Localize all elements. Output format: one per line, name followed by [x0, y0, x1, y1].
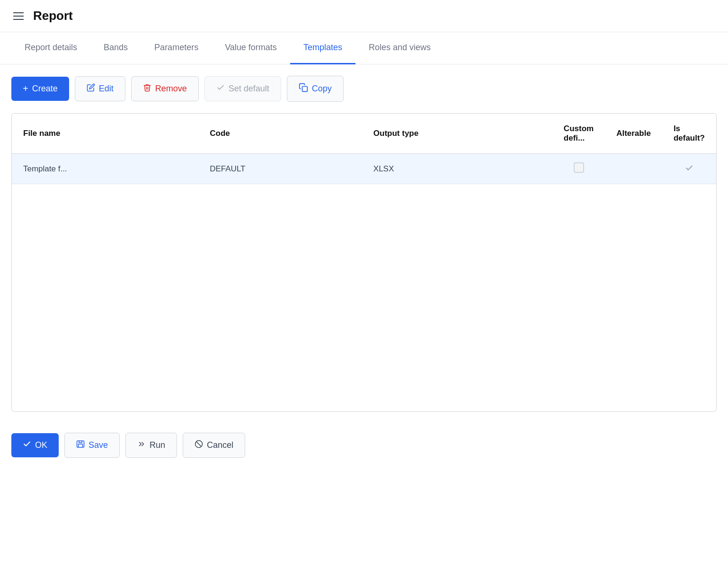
header: Report — [0, 0, 728, 32]
save-button[interactable]: Save — [64, 433, 120, 458]
trash-icon — [143, 83, 151, 94]
table-header-row: File name Code Output type Custom defi..… — [12, 114, 716, 154]
col-is-default: Is default? — [662, 114, 716, 154]
cell-code: DEFAULT — [198, 154, 362, 184]
tab-roles-and-views[interactable]: Roles and views — [355, 32, 444, 64]
run-icon — [137, 440, 146, 451]
col-code: Code — [198, 114, 362, 154]
edit-label: Edit — [99, 84, 114, 94]
tab-value-formats[interactable]: Value formats — [212, 32, 290, 64]
toolbar: + Create Edit Remove — [0, 64, 728, 113]
run-label: Run — [150, 440, 165, 450]
cancel-label: Cancel — [207, 440, 233, 450]
remove-label: Remove — [155, 84, 187, 94]
templates-table-container: File name Code Output type Custom defi..… — [11, 113, 717, 412]
tab-parameters[interactable]: Parameters — [141, 32, 212, 64]
cell-custom-defined — [552, 154, 605, 184]
cell-output-type: XLSX — [362, 154, 552, 184]
pencil-icon — [87, 83, 95, 94]
set-default-label: Set default — [229, 84, 269, 94]
edit-button[interactable]: Edit — [75, 76, 125, 101]
ok-label: OK — [35, 440, 47, 450]
cell-is-default — [662, 154, 716, 184]
cell-alterable — [605, 154, 662, 184]
ok-check-icon — [23, 440, 31, 451]
svg-line-3 — [196, 441, 202, 446]
copy-label: Copy — [312, 84, 332, 94]
plus-icon: + — [23, 83, 28, 94]
tab-templates[interactable]: Templates — [290, 32, 355, 64]
copy-icon — [299, 83, 308, 95]
set-default-button[interactable]: Set default — [204, 76, 281, 101]
tab-nav: Report details Bands Parameters Value fo… — [0, 32, 728, 64]
templates-table: File name Code Output type Custom defi..… — [12, 114, 716, 411]
col-file-name: File name — [12, 114, 198, 154]
custom-defined-checkbox — [574, 162, 584, 173]
is-default-check-icon — [684, 163, 694, 173]
cancel-icon — [195, 440, 203, 451]
save-label: Save — [89, 440, 108, 450]
col-output-type: Output type — [362, 114, 552, 154]
table-empty-space — [12, 184, 716, 411]
tab-report-details[interactable]: Report details — [11, 32, 90, 64]
ok-button[interactable]: OK — [11, 433, 59, 457]
create-button[interactable]: + Create — [11, 77, 69, 101]
copy-button[interactable]: Copy — [287, 76, 344, 102]
table-row[interactable]: Template f... DEFAULT XLSX — [12, 154, 716, 184]
col-alterable: Alterable — [605, 114, 662, 154]
footer: OK Save Run Cancel — [0, 419, 728, 471]
cancel-button[interactable]: Cancel — [183, 433, 245, 458]
run-button[interactable]: Run — [125, 433, 177, 458]
cell-file-name: Template f... — [12, 154, 198, 184]
menu-icon[interactable] — [11, 10, 26, 22]
check-icon — [216, 83, 225, 94]
page-title: Report — [33, 9, 73, 23]
create-label: Create — [32, 84, 58, 94]
tab-bands[interactable]: Bands — [90, 32, 141, 64]
save-icon — [76, 440, 85, 451]
remove-button[interactable]: Remove — [131, 76, 199, 101]
col-custom-defi: Custom defi... — [552, 114, 605, 154]
svg-rect-0 — [302, 87, 307, 92]
